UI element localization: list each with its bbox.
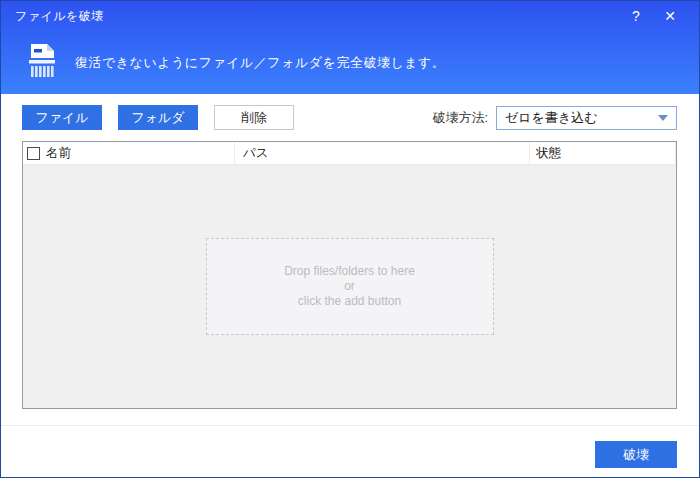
- dropzone-line-1: Drop files/folders to here: [284, 264, 415, 279]
- method-dropdown-value: ゼロを書き込む: [505, 109, 658, 127]
- window-header: ファイルを破壊 ? ✕ 復: [1, 1, 699, 94]
- column-header-status[interactable]: 状態: [530, 142, 676, 164]
- window-title: ファイルを破壊: [15, 8, 104, 25]
- column-label-path: パス: [243, 145, 269, 162]
- method-dropdown[interactable]: ゼロを書き込む: [496, 106, 677, 130]
- header-description: 復活できないようにファイル／フォルダを完全破壊します。: [75, 54, 445, 72]
- file-table: 名前 パス 状態 Drop files/folders to here or c…: [22, 141, 677, 409]
- add-file-button[interactable]: ファイル: [22, 105, 102, 130]
- chevron-down-icon: [658, 115, 668, 121]
- titlebar[interactable]: ファイルを破壊 ? ✕: [1, 1, 699, 31]
- column-header-name[interactable]: 名前: [23, 142, 235, 164]
- column-header-path[interactable]: パス: [235, 142, 530, 164]
- dropzone-line-3: click the add button: [298, 294, 401, 309]
- dropzone[interactable]: Drop files/folders to here or click the …: [206, 238, 494, 335]
- select-all-checkbox[interactable]: [27, 147, 40, 160]
- column-label-status: 状態: [536, 145, 561, 162]
- add-folder-button[interactable]: フォルダ: [118, 105, 198, 130]
- column-label-name: 名前: [46, 145, 71, 162]
- titlebar-buttons: ? ✕: [619, 1, 699, 31]
- table-header: 名前 パス 状態: [23, 142, 676, 165]
- bottom-gap: [1, 409, 699, 425]
- header-banner: 復活できないようにファイル／フォルダを完全破壊します。: [1, 31, 699, 94]
- shredder-icon: [23, 43, 59, 83]
- delete-button[interactable]: 削除: [214, 105, 294, 130]
- method-label: 破壊方法:: [432, 109, 488, 127]
- toolbar: ファイル フォルダ 削除 破壊方法: ゼロを書き込む: [1, 94, 699, 141]
- table-body: Drop files/folders to here or click the …: [23, 165, 676, 408]
- close-button[interactable]: ✕: [653, 1, 687, 31]
- dropzone-line-2: or: [344, 279, 355, 294]
- destroy-button[interactable]: 破壊: [595, 441, 677, 468]
- footer: 破壊: [1, 425, 699, 477]
- help-button[interactable]: ?: [619, 1, 653, 31]
